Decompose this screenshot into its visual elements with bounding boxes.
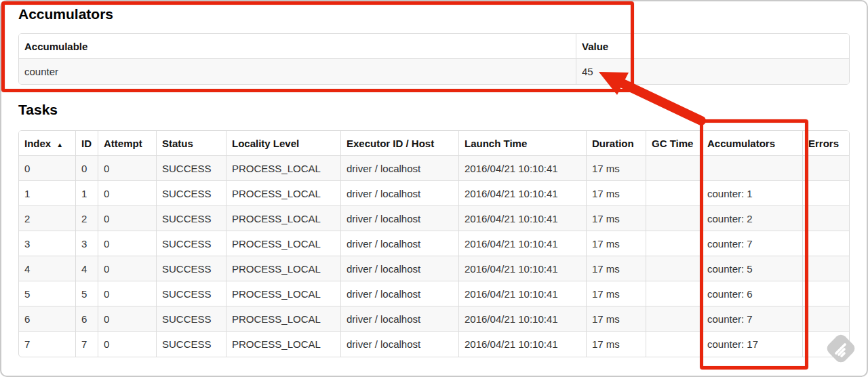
cell-attempt: 0 bbox=[98, 306, 157, 332]
cell-errors bbox=[803, 256, 850, 281]
cell-duration: 17 ms bbox=[587, 256, 646, 281]
column-header-index-label: Index bbox=[24, 138, 51, 149]
cell-accumulators: counter: 7 bbox=[702, 306, 803, 332]
cell-errors bbox=[803, 231, 850, 256]
cell-executor-id-host: driver / localhost bbox=[341, 206, 459, 231]
column-header-index[interactable]: Index▲ bbox=[19, 131, 76, 156]
column-header-errors[interactable]: Errors bbox=[803, 131, 850, 156]
cell-accumulable: counter bbox=[19, 59, 576, 84]
cell-index: 5 bbox=[19, 281, 76, 306]
cell-duration: 17 ms bbox=[587, 332, 646, 357]
cell-gc-time bbox=[646, 332, 702, 357]
cell-locality-level: PROCESS_LOCAL bbox=[226, 332, 341, 357]
tasks-section-title: Tasks bbox=[18, 102, 58, 118]
cell-accumulators bbox=[702, 156, 803, 181]
cell-index: 0 bbox=[19, 156, 76, 181]
accumulators-table: Accumulable Value counter45 bbox=[18, 33, 850, 85]
cell-attempt: 0 bbox=[98, 181, 157, 206]
cell-id: 0 bbox=[76, 156, 98, 181]
cell-errors bbox=[803, 206, 850, 231]
cell-status: SUCCESS bbox=[157, 231, 226, 256]
cell-executor-id-host: driver / localhost bbox=[341, 332, 459, 357]
cell-gc-time bbox=[646, 256, 702, 281]
cell-launch-time: 2016/04/21 10:10:41 bbox=[459, 256, 587, 281]
column-header-accumulators[interactable]: Accumulators bbox=[702, 131, 803, 156]
table-row: 000SUCCESSPROCESS_LOCALdriver / localhos… bbox=[19, 156, 850, 181]
cell-launch-time: 2016/04/21 10:10:41 bbox=[459, 206, 587, 231]
column-header-launch-time[interactable]: Launch Time bbox=[459, 131, 587, 156]
cell-index: 7 bbox=[19, 332, 76, 357]
cell-accumulators: counter: 2 bbox=[702, 206, 803, 231]
table-row: counter45 bbox=[19, 59, 850, 84]
cell-launch-time: 2016/04/21 10:10:41 bbox=[459, 156, 587, 181]
cell-accumulators: counter: 6 bbox=[702, 281, 803, 306]
cell-duration: 17 ms bbox=[587, 281, 646, 306]
table-row: 220SUCCESSPROCESS_LOCALdriver / localhos… bbox=[19, 206, 850, 231]
cell-locality-level: PROCESS_LOCAL bbox=[226, 231, 341, 256]
sort-ascending-icon: ▲ bbox=[56, 141, 63, 148]
cell-status: SUCCESS bbox=[157, 181, 226, 206]
cell-gc-time bbox=[646, 206, 702, 231]
cell-errors bbox=[803, 281, 850, 306]
table-row: 110SUCCESSPROCESS_LOCALdriver / localhos… bbox=[19, 181, 850, 206]
cell-attempt: 0 bbox=[98, 332, 157, 357]
cell-index: 2 bbox=[19, 206, 76, 231]
cell-executor-id-host: driver / localhost bbox=[341, 281, 459, 306]
cell-executor-id-host: driver / localhost bbox=[341, 306, 459, 332]
column-header-gc-time[interactable]: GC Time bbox=[646, 131, 702, 156]
cell-gc-time bbox=[646, 231, 702, 256]
cell-executor-id-host: driver / localhost bbox=[341, 256, 459, 281]
cell-launch-time: 2016/04/21 10:10:41 bbox=[459, 231, 587, 256]
cell-gc-time bbox=[646, 181, 702, 206]
column-header-duration[interactable]: Duration bbox=[587, 131, 646, 156]
column-header-value[interactable]: Value bbox=[576, 34, 850, 59]
cell-executor-id-host: driver / localhost bbox=[341, 181, 459, 206]
column-header-id[interactable]: ID bbox=[76, 131, 98, 156]
cell-launch-time: 2016/04/21 10:10:41 bbox=[459, 306, 587, 332]
cell-launch-time: 2016/04/21 10:10:41 bbox=[459, 332, 587, 357]
cell-status: SUCCESS bbox=[157, 156, 226, 181]
column-header-status[interactable]: Status bbox=[157, 131, 226, 156]
table-row: 550SUCCESSPROCESS_LOCALdriver / localhos… bbox=[19, 281, 850, 306]
cell-id: 2 bbox=[76, 206, 98, 231]
cell-locality-level: PROCESS_LOCAL bbox=[226, 256, 341, 281]
table-row: 770SUCCESSPROCESS_LOCALdriver / localhos… bbox=[19, 332, 850, 357]
cell-attempt: 0 bbox=[98, 206, 157, 231]
cell-gc-time bbox=[646, 156, 702, 181]
cell-id: 4 bbox=[76, 256, 98, 281]
cell-attempt: 0 bbox=[98, 256, 157, 281]
cell-executor-id-host: driver / localhost bbox=[341, 156, 459, 181]
cell-locality-level: PROCESS_LOCAL bbox=[226, 156, 341, 181]
cell-locality-level: PROCESS_LOCAL bbox=[226, 181, 341, 206]
cell-duration: 17 ms bbox=[587, 231, 646, 256]
cell-attempt: 0 bbox=[98, 231, 157, 256]
accumulators-section-title: Accumulators bbox=[18, 6, 113, 22]
cell-launch-time: 2016/04/21 10:10:41 bbox=[459, 181, 587, 206]
cell-attempt: 0 bbox=[98, 156, 157, 181]
cell-duration: 17 ms bbox=[587, 181, 646, 206]
cell-id: 6 bbox=[76, 306, 98, 332]
cell-duration: 17 ms bbox=[587, 206, 646, 231]
skitch-stamp-icon bbox=[829, 336, 853, 361]
cell-errors bbox=[803, 156, 850, 181]
column-header-attempt[interactable]: Attempt bbox=[98, 131, 157, 156]
table-row: 440SUCCESSPROCESS_LOCALdriver / localhos… bbox=[19, 256, 850, 281]
table-row: 660SUCCESSPROCESS_LOCALdriver / localhos… bbox=[19, 306, 850, 332]
cell-duration: 17 ms bbox=[587, 156, 646, 181]
cell-index: 4 bbox=[19, 256, 76, 281]
cell-id: 3 bbox=[76, 231, 98, 256]
cell-id: 1 bbox=[76, 181, 98, 206]
cell-status: SUCCESS bbox=[157, 306, 226, 332]
tasks-table-header-row: Index▲ ID Attempt Status Locality Level … bbox=[19, 131, 850, 156]
column-header-locality-level[interactable]: Locality Level bbox=[226, 131, 341, 156]
cell-accumulators: counter: 7 bbox=[702, 231, 803, 256]
cell-locality-level: PROCESS_LOCAL bbox=[226, 306, 341, 332]
cell-index: 3 bbox=[19, 231, 76, 256]
column-header-executor-id-host[interactable]: Executor ID / Host bbox=[341, 131, 459, 156]
cell-status: SUCCESS bbox=[157, 281, 226, 306]
cell-executor-id-host: driver / localhost bbox=[341, 231, 459, 256]
table-row: 330SUCCESSPROCESS_LOCALdriver / localhos… bbox=[19, 231, 850, 256]
column-header-accumulable[interactable]: Accumulable bbox=[19, 34, 576, 59]
cell-duration: 17 ms bbox=[587, 306, 646, 332]
cell-gc-time bbox=[646, 306, 702, 332]
